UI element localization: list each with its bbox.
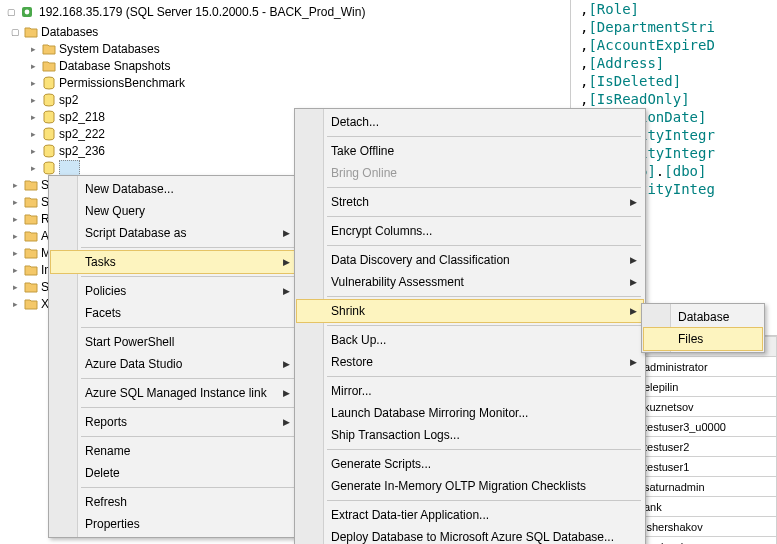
menu-item-encrypt-columns[interactable]: Encrypt Columns...: [297, 220, 643, 242]
server-node[interactable]: ▢ 192.168.35.179 (SQL Server 15.0.2000.5…: [0, 0, 570, 23]
menu-separator: [81, 247, 294, 248]
folder-icon: [23, 179, 39, 191]
menu-item-back-up[interactable]: Back Up...: [297, 329, 643, 351]
folder-icon: [23, 298, 39, 310]
grid-cell-login[interactable]: elepilin: [640, 377, 777, 397]
menu-item-azure-sql-managed-instance-link[interactable]: Azure SQL Managed Instance link▶: [51, 382, 296, 404]
grid-cell-login[interactable]: saturnadmin: [640, 477, 777, 497]
snapshots-label: Database Snapshots: [59, 59, 170, 73]
menu-item-label: Bring Online: [331, 166, 397, 180]
database-label: sp2_218: [59, 110, 105, 124]
sql-line[interactable]: ,[Address]: [580, 54, 777, 72]
folder-icon: [23, 281, 39, 293]
menu-item-label: Azure SQL Managed Instance link: [85, 386, 267, 400]
menu-item-take-offline[interactable]: Take Offline: [297, 140, 643, 162]
menu-item-generate-in-memory-oltp-migration-checklists[interactable]: Generate In-Memory OLTP Migration Checkl…: [297, 475, 643, 497]
grid-cell-login[interactable]: testuser2: [640, 437, 777, 457]
menu-item-ship-transaction-logs[interactable]: Ship Transaction Logs...: [297, 424, 643, 446]
menu-item-launch-database-mirroring-monitor[interactable]: Launch Database Mirroring Monitor...: [297, 402, 643, 424]
databases-folder[interactable]: ▢ Databases: [0, 23, 570, 40]
database-node[interactable]: ▸ sp2: [0, 91, 570, 108]
expand-icon[interactable]: ▸: [10, 196, 21, 207]
grid-cell-login[interactable]: ank: [640, 497, 777, 517]
menu-item-properties[interactable]: Properties: [51, 513, 296, 535]
sql-line[interactable]: ,[IsReadOnly]: [580, 90, 777, 108]
expand-icon[interactable]: ▸: [28, 94, 39, 105]
menu-item-data-discovery-and-classification[interactable]: Data Discovery and Classification▶: [297, 249, 643, 271]
menu-item-extract-data-tier-application[interactable]: Extract Data-tier Application...: [297, 504, 643, 526]
grid-cell-login[interactable]: ishershakov: [640, 517, 777, 537]
menu-item-detach[interactable]: Detach...: [297, 111, 643, 133]
menu-item-facets[interactable]: Facets: [51, 302, 296, 324]
menu-item-refresh[interactable]: Refresh: [51, 491, 296, 513]
menu-item-shrink[interactable]: Shrink▶: [296, 299, 644, 323]
menu-item-new-query[interactable]: New Query: [51, 200, 296, 222]
menu-item-label: Delete: [85, 466, 120, 480]
grid-cell-login[interactable]: testuser1: [640, 457, 777, 477]
expand-icon[interactable]: ▸: [28, 145, 39, 156]
expand-icon[interactable]: ▸: [10, 230, 21, 241]
menu-separator: [327, 245, 641, 246]
menu-item-label: Shrink: [331, 304, 365, 318]
expand-icon[interactable]: ▸: [10, 247, 21, 258]
expand-icon[interactable]: ▸: [10, 213, 21, 224]
grid-cell-login[interactable]: kuznetsov: [640, 397, 777, 417]
sql-line[interactable]: ,[IsDeleted]: [580, 72, 777, 90]
menu-item-vulnerability-assessment[interactable]: Vulnerability Assessment▶: [297, 271, 643, 293]
menu-item-tasks[interactable]: Tasks▶: [50, 250, 297, 274]
expand-icon[interactable]: ▸: [10, 179, 21, 190]
menu-item-label: Generate In-Memory OLTP Migration Checkl…: [331, 479, 586, 493]
collapse-icon[interactable]: ▢: [6, 6, 17, 17]
menu-item-rename[interactable]: Rename: [51, 440, 296, 462]
expand-icon[interactable]: ▸: [10, 281, 21, 292]
menu-item-deploy-database-to-microsoft-azure-sql-database[interactable]: Deploy Database to Microsoft Azure SQL D…: [297, 526, 643, 544]
menu-separator: [327, 136, 641, 137]
database-label: sp2: [59, 93, 78, 107]
menu-item-database[interactable]: Database: [644, 306, 762, 328]
expand-icon[interactable]: ▸: [28, 128, 39, 139]
grid-cell-login[interactable]: testuser3_u0000: [640, 417, 777, 437]
submenu-arrow-icon: ▶: [283, 359, 290, 369]
menu-item-delete[interactable]: Delete: [51, 462, 296, 484]
grid-cell-login[interactable]: vzalevskaya: [640, 537, 777, 545]
grid-cell-login[interactable]: administrator: [640, 357, 777, 377]
expand-icon[interactable]: ▸: [28, 43, 39, 54]
menu-item-new-database[interactable]: New Database...: [51, 178, 296, 200]
menu-item-restore[interactable]: Restore▶: [297, 351, 643, 373]
menu-item-script-database-as[interactable]: Script Database as▶: [51, 222, 296, 244]
menu-item-policies[interactable]: Policies▶: [51, 280, 296, 302]
expand-icon[interactable]: ▸: [28, 162, 39, 173]
expand-icon[interactable]: ▸: [28, 77, 39, 88]
menu-item-azure-data-studio[interactable]: Azure Data Studio▶: [51, 353, 296, 375]
sql-line[interactable]: ,[DepartmentStri: [580, 18, 777, 36]
databases-label: Databases: [41, 25, 98, 39]
expand-icon[interactable]: ▸: [28, 60, 39, 71]
database-node[interactable]: ▸ PermissionsBenchmark: [0, 74, 570, 91]
menu-item-stretch[interactable]: Stretch▶: [297, 191, 643, 213]
collapse-icon[interactable]: ▢: [10, 26, 21, 37]
menu-item-label: Restore: [331, 355, 373, 369]
submenu-arrow-icon: ▶: [630, 357, 637, 367]
menu-item-label: Back Up...: [331, 333, 386, 347]
menu-item-label: Refresh: [85, 495, 127, 509]
menu-item-files[interactable]: Files: [643, 327, 763, 351]
sql-line[interactable]: ,[Role]: [580, 0, 777, 18]
menu-item-label: Mirror...: [331, 384, 372, 398]
submenu-arrow-icon: ▶: [630, 197, 637, 207]
menu-item-bring-online[interactable]: Bring Online: [297, 162, 643, 184]
expand-icon[interactable]: ▸: [10, 298, 21, 309]
menu-item-start-powershell[interactable]: Start PowerShell: [51, 331, 296, 353]
expand-icon[interactable]: ▸: [10, 264, 21, 275]
menu-item-label: New Database...: [85, 182, 174, 196]
expand-icon[interactable]: ▸: [28, 111, 39, 122]
menu-separator: [81, 436, 294, 437]
menu-item-generate-scripts[interactable]: Generate Scripts...: [297, 453, 643, 475]
menu-item-label: Tasks: [85, 255, 116, 269]
menu-item-label: Files: [678, 332, 703, 346]
folder-icon: [23, 26, 39, 38]
menu-item-mirror[interactable]: Mirror...: [297, 380, 643, 402]
database-snapshots-folder[interactable]: ▸ Database Snapshots: [0, 57, 570, 74]
menu-item-reports[interactable]: Reports▶: [51, 411, 296, 433]
system-databases-folder[interactable]: ▸ System Databases: [0, 40, 570, 57]
sql-line[interactable]: ,[AccountExpireD: [580, 36, 777, 54]
